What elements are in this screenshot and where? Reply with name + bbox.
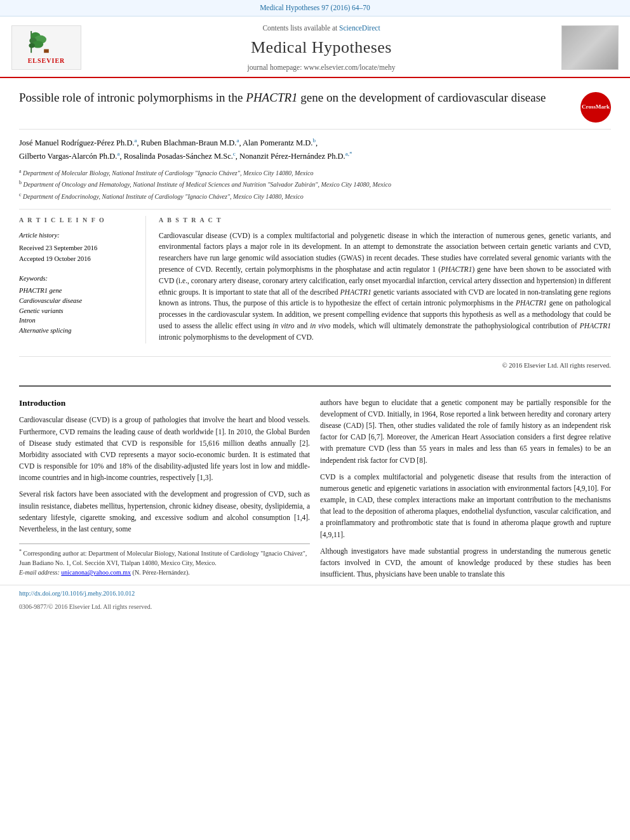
journal-citation-bar: Medical Hypotheses 97 (2016) 64–70 — [0, 0, 630, 17]
sciencedirect-link[interactable]: ScienceDirect — [339, 24, 380, 32]
article-section: Possible role of intronic polymorphisms … — [0, 78, 630, 385]
body-right-column: authors have begun to elucidate that a g… — [320, 397, 611, 585]
keywords-label: Keywords: — [19, 274, 136, 283]
issn-bar: 0306-9877/© 2016 Elsevier Ltd. All right… — [0, 601, 630, 613]
affiliations-block: a Department of Molecular Biology, Natio… — [19, 168, 611, 210]
body-left-column: Introduction Cardiovascular disease (CVD… — [19, 397, 310, 585]
keyword-1: PHACTR1 gene — [19, 286, 136, 296]
article-title: Possible role of intronic polymorphisms … — [19, 90, 580, 107]
intro-para-2: Several risk factors have been associate… — [19, 488, 310, 535]
right-para-1: authors have begun to elucidate that a g… — [320, 397, 611, 466]
article-info-label: A R T I C L E I N F O — [19, 216, 136, 225]
article-history: Article history: Received 23 September 2… — [19, 230, 136, 265]
right-para-3: Although investigators have made substan… — [320, 545, 611, 580]
article-title-block: Possible role of intronic polymorphisms … — [19, 90, 611, 130]
elsevier-tree-icon — [27, 30, 65, 55]
abstract-label: A B S T R A C T — [159, 216, 611, 225]
email-link[interactable]: unicanona@yahoo.com.mx — [61, 569, 131, 576]
corresponding-author-note: * Corresponding author at: Department of… — [19, 548, 310, 568]
article-info-abstract-section: A R T I C L E I N F O Article history: R… — [19, 216, 611, 350]
journal-homepage: journal homepage: www.elsevier.com/locat… — [94, 62, 549, 73]
keywords-block: Keywords: PHACTR1 gene Cardiovascular di… — [19, 274, 136, 336]
crossmark-badge[interactable]: CrossMark — [580, 92, 611, 123]
cover-placeholder — [562, 26, 618, 69]
abstract-text: Cardiovascular disease (CVD) is a comple… — [159, 230, 611, 343]
article-info-column: A R T I C L E I N F O Article history: R… — [19, 216, 146, 343]
right-para-2: CVD is a complex multifactorial and poly… — [320, 471, 611, 540]
doi-link[interactable]: http://dx.doi.org/10.1016/j.mehy.2016.10… — [19, 590, 135, 597]
keyword-3: Genetic variants — [19, 306, 136, 316]
journal-header: ELSEVIER Contents lists available at Sci… — [0, 17, 630, 78]
keyword-5: Alternative splicing — [19, 326, 136, 336]
affiliation-a: a Department of Molecular Biology, Natio… — [19, 168, 611, 178]
accepted-date: Accepted 19 October 2016 — [19, 255, 91, 262]
body-content: Introduction Cardiovascular disease (CVD… — [0, 397, 630, 585]
email-note: E-mail address: unicanona@yahoo.com.mx (… — [19, 568, 310, 577]
elsevier-wordmark: ELSEVIER — [28, 57, 65, 66]
section-divider — [19, 385, 611, 387]
keyword-2: Cardiovascular disease — [19, 296, 136, 306]
crossmark-icon: CrossMark — [580, 92, 611, 123]
copyright-line: © 2016 Elsevier Ltd. All rights reserved… — [19, 356, 611, 370]
svg-rect-6 — [44, 49, 49, 53]
journal-cover-image — [561, 25, 619, 70]
phactr1-italic: PHACTR1 — [246, 91, 297, 104]
keyword-4: Intron — [19, 316, 136, 326]
sciencedirect-label: Contents lists available at ScienceDirec… — [94, 23, 549, 34]
journal-title: Medical Hypotheses — [94, 36, 549, 60]
footnote-area: * Corresponding author at: Department of… — [19, 543, 310, 577]
affiliation-b: b Department of Oncology and Hematology,… — [19, 179, 611, 189]
journal-center-info: Contents lists available at ScienceDirec… — [81, 23, 561, 73]
svg-point-5 — [29, 43, 35, 48]
authors-block: José Manuel Rodríguez-Pérez Ph.D.a, Rube… — [19, 136, 611, 163]
intro-para-1: Cardiovascular disease (CVD) is a group … — [19, 414, 310, 483]
doi-bar: http://dx.doi.org/10.1016/j.mehy.2016.10… — [0, 585, 630, 601]
received-date: Received 23 September 2016 — [19, 244, 97, 251]
abstract-column: A B S T R A C T Cardiovascular disease (… — [159, 216, 611, 343]
journal-citation: Medical Hypotheses 97 (2016) 64–70 — [260, 4, 370, 11]
elsevier-logo-block: ELSEVIER — [11, 25, 81, 70]
history-label: Article history: — [19, 230, 136, 241]
affiliation-c: c Department of Endocrinology, National … — [19, 191, 611, 201]
introduction-heading: Introduction — [19, 397, 310, 410]
